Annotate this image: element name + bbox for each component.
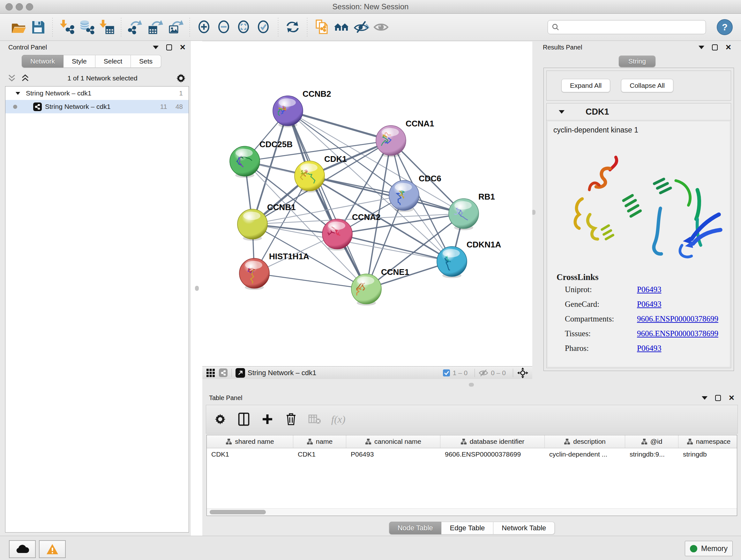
table-data-row[interactable]: CDK1CDK1P064939606.ENSP00000378699cyclin… xyxy=(207,448,737,460)
crosslink-link[interactable]: 9606.ENSP00000378699 xyxy=(637,329,718,338)
search-box[interactable] xyxy=(548,20,706,34)
network-canvas[interactable]: CCNB2CCNA1CDC25BCDK1CDC6RB1CCNB1CCNA2CDK… xyxy=(202,42,532,366)
clone-network-button[interactable] xyxy=(312,17,332,37)
network-node[interactable] xyxy=(389,180,419,210)
import-network-from-database-button[interactable] xyxy=(77,17,97,37)
zoom-out-button[interactable] xyxy=(214,17,234,37)
import-table-button[interactable] xyxy=(97,17,117,37)
refresh-network-button[interactable] xyxy=(283,17,302,37)
string-badge-icon[interactable] xyxy=(219,368,227,377)
hidden-eye-icon[interactable] xyxy=(479,369,488,377)
network-node[interactable] xyxy=(239,258,269,288)
cloud-button[interactable] xyxy=(9,540,36,558)
zoom-selected-button[interactable] xyxy=(254,17,273,37)
tab-select[interactable]: Select xyxy=(95,55,131,68)
zoom-in-button[interactable] xyxy=(194,17,214,37)
table-cell[interactable]: stringdb xyxy=(678,450,737,458)
save-session-button[interactable] xyxy=(28,17,48,37)
horizontal-scrollbar[interactable] xyxy=(207,508,737,516)
table-cell[interactable]: CDK1 xyxy=(293,450,346,458)
memory-button[interactable]: Memory xyxy=(685,541,733,556)
crosslink-link[interactable]: P06493 xyxy=(637,285,661,294)
column-header-shared-name[interactable]: shared name xyxy=(207,435,293,448)
expand-all-icon[interactable] xyxy=(21,74,29,83)
column-header-description[interactable]: description xyxy=(545,435,625,448)
tab-edge-table[interactable]: Edge Table xyxy=(442,522,494,535)
tab-string[interactable]: String xyxy=(619,56,656,67)
birds-eye-view-icon[interactable] xyxy=(206,368,215,377)
tab-network[interactable]: Network xyxy=(22,55,64,68)
collapse-all-icon[interactable] xyxy=(8,74,16,83)
selected-checkbox-icon[interactable] xyxy=(443,369,450,377)
network-node[interactable] xyxy=(351,274,381,304)
table-cell[interactable]: CDK1 xyxy=(207,450,293,458)
table-cell[interactable]: stringdb:9... xyxy=(625,450,678,458)
fit-content-crosshair-icon[interactable] xyxy=(517,367,529,379)
open-file-button[interactable] xyxy=(8,17,28,37)
network-node[interactable] xyxy=(376,125,406,155)
table-cell[interactable]: 9606.ENSP00000378699 xyxy=(441,450,545,458)
hide-eye-button[interactable] xyxy=(351,17,371,37)
open-in-window-icon[interactable] xyxy=(235,368,245,378)
network-node[interactable] xyxy=(238,209,267,239)
expand-all-button[interactable]: Expand All xyxy=(561,79,610,92)
collapse-all-button[interactable]: Collapse All xyxy=(621,79,673,92)
crosslink-link[interactable]: P06493 xyxy=(637,300,661,309)
import-network-button[interactable] xyxy=(57,17,77,37)
card-collapse-icon[interactable] xyxy=(559,110,564,114)
column-header-database-identifier[interactable]: database identifier xyxy=(441,435,545,448)
crosslink-row: Uniprot:P06493 xyxy=(548,282,730,297)
zoom-fit-button[interactable] xyxy=(234,17,254,37)
panel-menu-icon[interactable] xyxy=(698,46,704,49)
network-node[interactable] xyxy=(294,161,325,191)
add-column-icon[interactable] xyxy=(260,412,274,427)
network-node[interactable] xyxy=(322,219,352,249)
search-input[interactable] xyxy=(562,23,702,31)
gear-icon[interactable] xyxy=(176,73,186,84)
tab-style[interactable]: Style xyxy=(64,55,95,68)
panel-close-icon[interactable]: ✕ xyxy=(725,44,731,51)
table-settings-gear-icon[interactable] xyxy=(213,412,227,427)
splitter-grip[interactable] xyxy=(195,286,199,291)
network-node[interactable] xyxy=(230,146,260,176)
column-header-id[interactable]: @id xyxy=(625,435,678,448)
export-image-button[interactable] xyxy=(165,17,185,37)
table-cell[interactable]: cyclin-dependent ... xyxy=(545,450,625,458)
network-node[interactable] xyxy=(449,199,479,229)
network-collection-row[interactable]: String Network – cdk1 1 xyxy=(5,86,189,100)
network-row[interactable]: String Network – cdk1 11 48 xyxy=(5,100,189,113)
panel-float-icon[interactable] xyxy=(715,395,721,401)
help-button[interactable]: ? xyxy=(717,19,733,35)
panel-menu-icon[interactable] xyxy=(702,396,708,400)
network-edge[interactable] xyxy=(288,111,366,289)
export-table-button[interactable] xyxy=(145,17,165,37)
show-columns-icon[interactable] xyxy=(237,412,251,427)
column-header-canonical-name[interactable]: canonical name xyxy=(346,435,441,448)
column-header-namespace[interactable]: namespace xyxy=(678,435,737,448)
panel-close-icon[interactable]: ✕ xyxy=(729,395,735,401)
network-edge[interactable] xyxy=(288,111,391,140)
table-cell[interactable]: P06493 xyxy=(346,450,441,458)
warnings-button[interactable] xyxy=(39,540,66,558)
network-node[interactable] xyxy=(273,96,303,126)
panel-menu-icon[interactable] xyxy=(153,46,158,49)
tab-network-table[interactable]: Network Table xyxy=(493,522,555,535)
export-network-button[interactable] xyxy=(126,17,145,37)
string-home-button[interactable] xyxy=(332,17,351,37)
protein-card-header[interactable]: CDK1 xyxy=(547,104,731,120)
panel-close-icon[interactable]: ✕ xyxy=(180,44,186,51)
panel-float-icon[interactable] xyxy=(712,44,718,51)
tree-expand-icon[interactable] xyxy=(16,92,20,95)
panel-float-icon[interactable] xyxy=(166,44,172,51)
crosslink-link[interactable]: 9606.ENSP00000378699 xyxy=(637,314,718,323)
network-edge[interactable] xyxy=(254,273,366,289)
splitter-grip[interactable] xyxy=(469,383,474,387)
show-eye-button[interactable] xyxy=(371,17,391,37)
network-node[interactable] xyxy=(437,246,467,276)
tab-node-table[interactable]: Node Table xyxy=(389,522,442,535)
crosslink-link[interactable]: P06493 xyxy=(637,344,661,353)
column-header-name[interactable]: name xyxy=(293,435,346,448)
delete-column-trash-icon[interactable] xyxy=(284,412,298,427)
scrollbar-thumb[interactable] xyxy=(210,510,266,514)
tab-sets[interactable]: Sets xyxy=(131,55,161,68)
